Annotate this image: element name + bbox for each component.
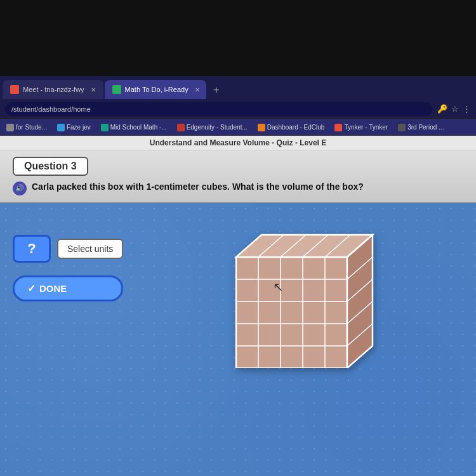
speaker-icon: 🔊 bbox=[15, 183, 24, 193]
main-content-area: ? Select units ✓ DONE bbox=[0, 203, 476, 476]
audio-button[interactable]: 🔊 bbox=[13, 182, 27, 195]
cube-illustration-area bbox=[136, 216, 463, 371]
svg-marker-20 bbox=[347, 235, 373, 368]
quiz-title-bar: Understand and Measure Volume - Quiz - L… bbox=[0, 136, 476, 150]
address-bar: 🔑 ☆ ⋮ bbox=[0, 99, 476, 119]
answer-input-area: ? Select units bbox=[13, 235, 123, 263]
bookmark-icon-tynker bbox=[334, 124, 342, 131]
question-text-area: 🔊 Carla packed this box with 1-centimete… bbox=[13, 181, 463, 195]
bookmark-label-3rd: 3rd Period ... bbox=[407, 124, 444, 131]
bookmark-icon-faze bbox=[57, 124, 65, 131]
tab-meet-close[interactable]: ✕ bbox=[91, 86, 96, 93]
tab-math-close[interactable]: ✕ bbox=[195, 86, 200, 93]
new-tab-button[interactable]: + bbox=[208, 81, 225, 99]
answer-controls: ? Select units ✓ DONE bbox=[13, 216, 123, 301]
star-icon[interactable]: ☆ bbox=[451, 104, 459, 114]
top-black-bar bbox=[0, 0, 476, 76]
tab-meet[interactable]: Meet - tna-nzdz-fwy ✕ bbox=[3, 80, 103, 99]
select-units-button[interactable]: Select units bbox=[57, 239, 123, 259]
quiz-title: Understand and Measure Volume - Quiz - L… bbox=[150, 138, 327, 147]
bookmark-label-tynker: Tynker - Tynker bbox=[344, 124, 388, 131]
done-button[interactable]: ✓ DONE bbox=[13, 275, 123, 301]
browser-window: Meet - tna-nzdz-fwy ✕ Math To Do, i-Read… bbox=[0, 76, 476, 476]
bookmark-3rd-period[interactable]: 3rd Period ... bbox=[395, 123, 446, 132]
bookmark-edgenuity[interactable]: Edgenuity - Student... bbox=[175, 123, 250, 132]
cube-svg bbox=[217, 222, 382, 368]
bookmark-icon-edge bbox=[177, 124, 185, 131]
bookmark-icon-mid bbox=[101, 124, 109, 131]
address-bar-icons: 🔑 ☆ ⋮ bbox=[437, 104, 471, 114]
tab-math-favicon bbox=[112, 85, 121, 94]
tab-meet-label: Meet - tna-nzdz-fwy bbox=[23, 86, 84, 93]
lock-icon: 🔑 bbox=[437, 104, 447, 114]
bookmark-label-faze: Faze jev bbox=[67, 124, 91, 131]
tab-math[interactable]: Math To Do, i-Ready ✕ bbox=[105, 80, 206, 99]
answer-placeholder: ? bbox=[27, 241, 36, 257]
question-number: Question 3 bbox=[13, 157, 88, 176]
bookmark-mid-school[interactable]: Mid School Math -... bbox=[98, 123, 169, 132]
tab-meet-favicon bbox=[10, 85, 19, 94]
tab-bar: Meet - tna-nzdz-fwy ✕ Math To Do, i-Read… bbox=[0, 76, 476, 99]
bookmark-edclub[interactable]: Dashboard - EdClub bbox=[255, 123, 327, 132]
done-checkmark-icon: ✓ bbox=[27, 282, 36, 294]
bookmark-icon-3rd bbox=[398, 124, 406, 131]
address-input[interactable] bbox=[5, 102, 432, 116]
bookmark-label-edge: Edgenuity - Student... bbox=[187, 124, 248, 131]
tab-math-label: Math To Do, i-Ready bbox=[125, 86, 188, 93]
done-label: DONE bbox=[39, 283, 67, 294]
bookmark-icon-stude bbox=[6, 124, 14, 131]
svg-rect-3 bbox=[236, 257, 347, 368]
cube-container bbox=[217, 222, 382, 371]
bookmark-label-ed: Dashboard - EdClub bbox=[267, 124, 325, 131]
answer-field[interactable]: ? bbox=[13, 235, 51, 263]
question-text: Carla packed this box with 1-centimeter … bbox=[32, 181, 364, 194]
bookmark-faze-jev[interactable]: Faze jev bbox=[55, 123, 93, 132]
bookmarks-bar: for Stude... Faze jev Mid School Math -.… bbox=[0, 119, 476, 136]
question-header: Question 3 🔊 Carla packed this box with … bbox=[0, 150, 476, 203]
bookmark-for-stude[interactable]: for Stude... bbox=[4, 123, 50, 132]
menu-icon[interactable]: ⋮ bbox=[463, 104, 471, 114]
bookmark-label-stude: for Stude... bbox=[16, 124, 47, 131]
select-units-label: Select units bbox=[67, 244, 113, 254]
bookmark-label-mid: Mid School Math -... bbox=[110, 124, 167, 131]
bookmark-tynker[interactable]: Tynker - Tynker bbox=[332, 123, 390, 132]
bookmark-icon-ed bbox=[258, 124, 265, 131]
